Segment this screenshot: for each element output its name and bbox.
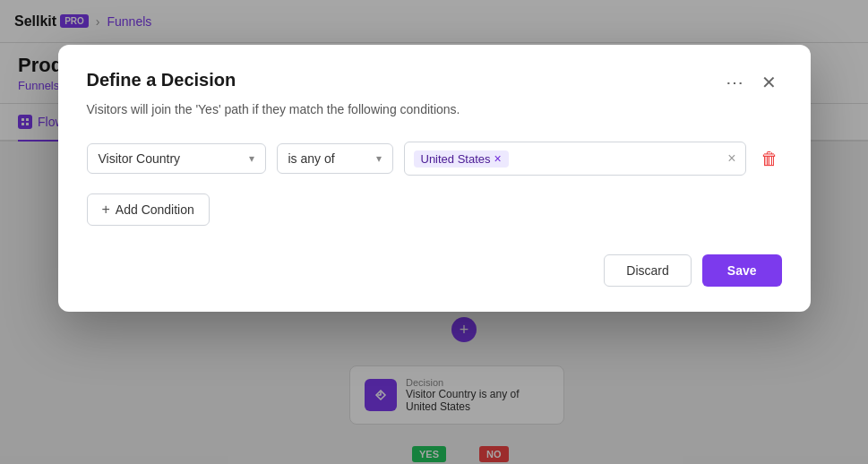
- modal-close-button[interactable]: ✕: [756, 72, 782, 93]
- operator-dropdown-chevron-icon: ▾: [376, 152, 382, 165]
- condition-operator-dropdown[interactable]: is any of ▾: [277, 143, 393, 174]
- define-decision-modal: Define a Decision ⋯ ✕ Visitors will join…: [58, 45, 811, 312]
- modal-header-actions: ⋯ ✕: [720, 70, 782, 95]
- delete-icon: 🗑: [761, 149, 778, 168]
- save-button[interactable]: Save: [702, 254, 782, 287]
- discard-button[interactable]: Discard: [604, 254, 691, 287]
- add-condition-button[interactable]: + Add Condition: [87, 193, 210, 226]
- modal-more-button[interactable]: ⋯: [720, 70, 749, 95]
- add-condition-label: Add Condition: [116, 202, 194, 217]
- modal-footer: Discard Save: [87, 254, 782, 287]
- modal-header: Define a Decision ⋯ ✕: [87, 70, 782, 95]
- condition-field-dropdown[interactable]: Visitor Country ▾: [87, 143, 266, 174]
- condition-value-input[interactable]: United States × ×: [404, 142, 746, 176]
- modal-title: Define a Decision: [87, 70, 236, 90]
- tag-value: United States: [421, 152, 491, 166]
- condition-row: Visitor Country ▾ is any of ▾ United Sta…: [87, 142, 782, 176]
- delete-condition-button[interactable]: 🗑: [757, 145, 782, 173]
- add-condition-plus-icon: +: [102, 202, 110, 218]
- field-dropdown-chevron-icon: ▾: [249, 152, 254, 165]
- condition-field-label: Visitor Country: [99, 151, 181, 166]
- tag-remove-button[interactable]: ×: [494, 152, 502, 165]
- tags-clear-button[interactable]: ×: [727, 150, 735, 167]
- condition-tag: United States ×: [414, 150, 509, 168]
- condition-operator-label: is any of: [288, 151, 335, 166]
- modal-subtitle: Visitors will join the 'Yes' path if the…: [87, 102, 782, 116]
